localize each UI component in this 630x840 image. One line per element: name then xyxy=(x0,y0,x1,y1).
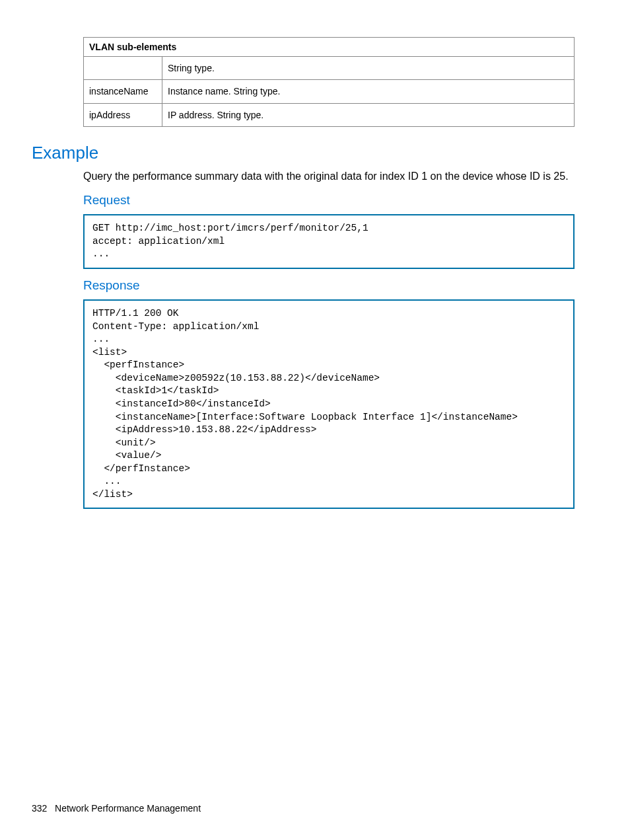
example-body: Query the performance summary data with … xyxy=(83,169,575,184)
response-heading: Response xyxy=(83,278,575,293)
element-name: ipAddress xyxy=(84,103,162,126)
response-code-block: HTTP/1.1 200 OK Content-Type: applicatio… xyxy=(83,299,575,509)
footer-title: Network Performance Management xyxy=(55,803,201,814)
element-desc: IP address. String type. xyxy=(162,103,575,126)
request-code-block: GET http://imc_host:port/imcrs/perf/moni… xyxy=(83,214,575,269)
example-heading: Example xyxy=(32,143,575,163)
element-name xyxy=(84,57,162,80)
page-number: 332 xyxy=(32,803,47,814)
vlan-subelements-table: VLAN sub-elements String type. instanceN… xyxy=(83,37,575,127)
page-footer: 332 Network Performance Management xyxy=(32,803,201,814)
request-heading: Request xyxy=(83,193,575,208)
table-row: String type. xyxy=(84,57,575,80)
table-header: VLAN sub-elements xyxy=(84,38,575,57)
table-row: ipAddress IP address. String type. xyxy=(84,103,575,126)
element-desc: String type. xyxy=(162,57,575,80)
element-desc: Instance name. String type. xyxy=(162,80,575,103)
element-name: instanceName xyxy=(84,80,162,103)
table-row: instanceName Instance name. String type. xyxy=(84,80,575,103)
